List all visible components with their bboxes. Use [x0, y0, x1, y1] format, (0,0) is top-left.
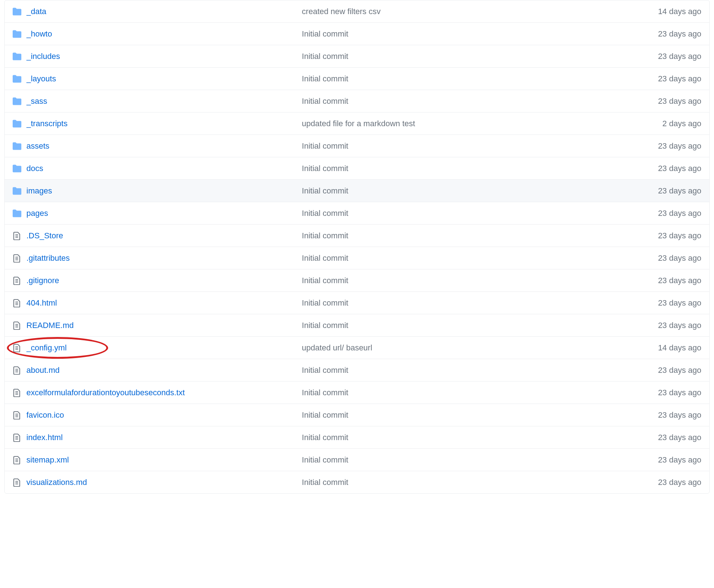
- commit-message-link[interactable]: Initial commit: [302, 95, 651, 107]
- file-age-text: 23 days ago: [651, 50, 701, 62]
- file-name-link[interactable]: .DS_Store: [26, 230, 302, 242]
- file-icon: [13, 433, 21, 442]
- commit-message-link[interactable]: Initial commit: [302, 274, 651, 286]
- file-name-link[interactable]: excelformulafordurationtoyoutubeseconds.…: [26, 387, 302, 399]
- file-icon: [13, 344, 21, 352]
- file-name-link[interactable]: pages: [26, 207, 302, 219]
- file-row: about.md Initial commit 23 days ago: [5, 359, 709, 381]
- folder-icon: [13, 142, 21, 150]
- file-age-text: 23 days ago: [651, 274, 701, 286]
- folder-icon: [13, 209, 21, 218]
- commit-message-link[interactable]: Initial commit: [302, 28, 651, 40]
- file-age-text: 23 days ago: [651, 387, 701, 399]
- file-name-link[interactable]: assets: [26, 140, 302, 152]
- commit-message-link[interactable]: Initial commit: [302, 185, 651, 197]
- file-name-link[interactable]: _layouts: [26, 73, 302, 85]
- file-icon: [13, 321, 21, 330]
- file-age-text: 23 days ago: [651, 140, 701, 152]
- file-name-link[interactable]: _howto: [26, 28, 302, 40]
- file-name-link[interactable]: README.md: [26, 319, 302, 331]
- commit-message-link[interactable]: created new filters csv: [302, 5, 651, 17]
- folder-icon: [13, 74, 21, 83]
- file-row: _data created new filters csv 14 days ag…: [5, 0, 709, 22]
- commit-message-link[interactable]: Initial commit: [302, 50, 651, 62]
- file-list: _data created new filters csv 14 days ag…: [4, 0, 710, 494]
- file-age-text: 23 days ago: [651, 319, 701, 331]
- file-name-link[interactable]: _transcripts: [26, 118, 302, 129]
- file-row: _layouts Initial commit 23 days ago: [5, 67, 709, 90]
- file-name-link[interactable]: _includes: [26, 50, 302, 62]
- file-row: _howto Initial commit 23 days ago: [5, 22, 709, 45]
- file-name-link[interactable]: _sass: [26, 95, 302, 107]
- file-age-text: 14 days ago: [651, 342, 701, 354]
- file-row: visualizations.md Initial commit 23 days…: [5, 471, 709, 493]
- file-row: sitemap.xml Initial commit 23 days ago: [5, 448, 709, 471]
- file-age-text: 23 days ago: [651, 409, 701, 421]
- commit-message-link[interactable]: Initial commit: [302, 297, 651, 309]
- file-age-text: 14 days ago: [651, 5, 701, 17]
- file-age-text: 23 days ago: [651, 297, 701, 309]
- folder-icon: [13, 187, 21, 195]
- file-icon: [13, 231, 21, 240]
- commit-message-link[interactable]: Initial commit: [302, 140, 651, 152]
- folder-icon: [13, 119, 21, 128]
- file-name-link[interactable]: favicon.ico: [26, 409, 302, 421]
- commit-message-link[interactable]: Initial commit: [302, 476, 651, 488]
- file-name-link[interactable]: _data: [26, 5, 302, 17]
- file-age-text: 23 days ago: [651, 28, 701, 40]
- file-age-text: 23 days ago: [651, 476, 701, 488]
- commit-message-link[interactable]: Initial commit: [302, 207, 651, 219]
- folder-icon: [13, 164, 21, 173]
- folder-icon: [13, 52, 21, 61]
- file-name-link[interactable]: images: [26, 185, 302, 197]
- folder-icon: [13, 7, 21, 16]
- file-age-text: 23 days ago: [651, 95, 701, 107]
- file-row: _includes Initial commit 23 days ago: [5, 45, 709, 67]
- file-age-text: 23 days ago: [651, 162, 701, 174]
- file-name-link[interactable]: sitemap.xml: [26, 454, 302, 466]
- commit-message-link[interactable]: Initial commit: [302, 73, 651, 85]
- file-age-text: 23 days ago: [651, 431, 701, 443]
- file-age-text: 23 days ago: [651, 185, 701, 197]
- file-age-text: 23 days ago: [651, 364, 701, 376]
- commit-message-link[interactable]: updated url/ baseurl: [302, 342, 651, 354]
- commit-message-link[interactable]: Initial commit: [302, 252, 651, 264]
- file-row: assets Initial commit 23 days ago: [5, 135, 709, 157]
- file-name-link[interactable]: .gitattributes: [26, 252, 302, 264]
- commit-message-link[interactable]: Initial commit: [302, 162, 651, 174]
- file-name-link[interactable]: .gitignore: [26, 274, 302, 286]
- file-age-text: 23 days ago: [651, 230, 701, 242]
- commit-message-link[interactable]: Initial commit: [302, 230, 651, 242]
- commit-message-link[interactable]: Initial commit: [302, 431, 651, 443]
- file-row: favicon.ico Initial commit 23 days ago: [5, 404, 709, 426]
- file-row: excelformulafordurationtoyoutubeseconds.…: [5, 381, 709, 404]
- commit-message-link[interactable]: Initial commit: [302, 364, 651, 376]
- file-age-text: 23 days ago: [651, 454, 701, 466]
- file-name-link[interactable]: index.html: [26, 431, 302, 443]
- file-row: pages Initial commit 23 days ago: [5, 202, 709, 224]
- file-name-link[interactable]: about.md: [26, 364, 302, 376]
- file-name-link[interactable]: 404.html: [26, 297, 302, 309]
- commit-message-link[interactable]: Initial commit: [302, 409, 651, 421]
- file-icon: [13, 388, 21, 397]
- file-age-text: 2 days ago: [655, 118, 701, 129]
- file-icon: [13, 478, 21, 487]
- file-row: 404.html Initial commit 23 days ago: [5, 291, 709, 314]
- commit-message-link[interactable]: updated file for a markdown test: [302, 118, 655, 129]
- commit-message-link[interactable]: Initial commit: [302, 454, 651, 466]
- file-name-link[interactable]: _config.yml: [26, 342, 302, 354]
- file-icon: [13, 276, 21, 285]
- file-row: index.html Initial commit 23 days ago: [5, 426, 709, 448]
- file-age-text: 23 days ago: [651, 73, 701, 85]
- folder-icon: [13, 30, 21, 38]
- commit-message-link[interactable]: Initial commit: [302, 387, 651, 399]
- file-name-link[interactable]: docs: [26, 162, 302, 174]
- file-icon: [13, 456, 21, 464]
- file-row: _transcripts updated file for a markdown…: [5, 112, 709, 135]
- file-icon: [13, 366, 21, 375]
- file-row: .gitignore Initial commit 23 days ago: [5, 269, 709, 291]
- file-row: images Initial commit 23 days ago: [5, 179, 709, 202]
- file-row: _config.yml updated url/ baseurl 14 days…: [5, 336, 709, 359]
- commit-message-link[interactable]: Initial commit: [302, 319, 651, 331]
- file-name-link[interactable]: visualizations.md: [26, 476, 302, 488]
